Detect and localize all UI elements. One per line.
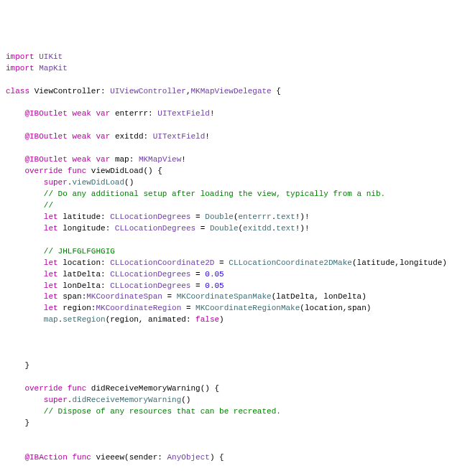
property-enterrr: enterrr (115, 109, 148, 118)
call-double: Double (210, 224, 239, 233)
code-block: import UIKit import MapKit class ViewCon… (6, 52, 464, 476)
keyword-let: let (44, 258, 58, 267)
keyword-let: let (44, 281, 58, 290)
local-londelta: lonDelta (63, 281, 101, 290)
property-map: map (115, 155, 129, 164)
local-region: region (63, 304, 91, 312)
keyword-func: func (72, 453, 91, 462)
keyword-weak: weak (72, 109, 91, 118)
type-mkmapview: MKMapView (139, 155, 181, 164)
call-mkcoordinateregionmake: MKCoordinateRegionMake (195, 304, 300, 312)
member-setregion: setRegion (63, 315, 105, 324)
param-sender: sender (129, 453, 158, 462)
keyword-let: let (44, 224, 58, 233)
module-mapkit: MapKit (39, 64, 68, 73)
keyword-func: func (68, 167, 86, 175)
local-span: span (63, 292, 81, 301)
keyword-super: super (44, 178, 68, 187)
func-viewdidload: viewDidLoad (91, 167, 144, 175)
keyword-let: let (44, 270, 58, 279)
keyword-import: import (6, 52, 34, 61)
keyword-let: let (44, 292, 58, 301)
keyword-class: class (6, 87, 29, 95)
keyword-func: func (68, 384, 86, 393)
comment-dispose: // Dispose of any resources that can be … (44, 407, 281, 416)
arg-label-animated: animated (148, 315, 186, 324)
comment-setup: // Do any additional setup after loading… (44, 190, 385, 198)
keyword-var: var (96, 132, 110, 141)
keyword-weak: weak (72, 155, 91, 164)
comment-empty: // (44, 201, 53, 210)
ref-enterrr: enterrr (239, 213, 272, 221)
attribute-iboutlet: @IBOutlet (24, 155, 67, 164)
attribute-iboutlet: @IBOutlet (24, 132, 67, 141)
call-mkcoordinatespanmake: MKCoordinateSpanMake (177, 292, 272, 301)
module-uikit: UIKit (39, 52, 63, 61)
member-viewdidload: viewDidLoad (72, 178, 124, 187)
type-anyobject: AnyObject (167, 453, 209, 462)
local-latdelta: latDelta (63, 270, 101, 279)
keyword-override: override (24, 384, 63, 393)
local-latitude: latitude (63, 213, 101, 221)
bool-false: false (195, 315, 219, 324)
type-mkcoordinatespan: MKCoordinateSpan (86, 292, 162, 301)
call-double: Double (205, 213, 234, 221)
func-vieeew: vieeew (96, 453, 124, 462)
type-cllocationdegrees: CLLocationDegrees (110, 270, 190, 279)
keyword-let: let (44, 213, 58, 221)
member-text: text (276, 213, 295, 221)
type-mkmapviewdelegate: MKMapViewDelegate (190, 87, 271, 95)
ref-map: map (44, 315, 58, 324)
type-mkcoordinateregion: MKCoordinateRegion (96, 304, 181, 312)
keyword-var: var (96, 155, 110, 164)
local-longitude: longitude (63, 224, 105, 233)
type-cllocationdegrees: CLLocationDegrees (110, 281, 190, 290)
keyword-override: override (24, 167, 63, 175)
type-cllocationdegrees: CLLocationDegrees (115, 224, 195, 233)
member-didreceivememorywarning: didReceiveMemoryWarning (72, 396, 181, 404)
attribute-iboutlet: @IBOutlet (24, 109, 67, 118)
ref-exitdd: exitdd (243, 224, 272, 233)
func-didreceivememorywarning: didReceiveMemoryWarning (91, 384, 201, 393)
keyword-let: let (44, 304, 58, 312)
keyword-super: super (44, 396, 68, 404)
type-cllocationdegrees: CLLocationDegrees (110, 213, 190, 221)
class-name: ViewController (34, 87, 101, 95)
local-location: location (63, 258, 101, 267)
keyword-weak: weak (72, 132, 91, 141)
keyword-var: var (96, 109, 110, 118)
member-text: text (276, 224, 295, 233)
type-uitextfield: UITextField (153, 132, 206, 141)
keyword-import: import (6, 64, 34, 73)
comment-gibberish: // JHLFGLFGHGIG (44, 247, 115, 256)
number-literal: 0.05 (205, 270, 224, 279)
call-cllocationcoordinate2dmake: CLLocationCoordinate2DMake (229, 258, 352, 267)
type-cllocationcoordinate2d: CLLocationCoordinate2D (110, 258, 214, 267)
type-uiviewcontroller: UIViewController (110, 87, 186, 95)
number-literal: 0.05 (205, 281, 224, 290)
property-exitdd: exitdd (115, 132, 144, 141)
type-uitextfield: UITextField (157, 109, 210, 118)
attribute-ibaction: @IBAction (24, 453, 67, 462)
